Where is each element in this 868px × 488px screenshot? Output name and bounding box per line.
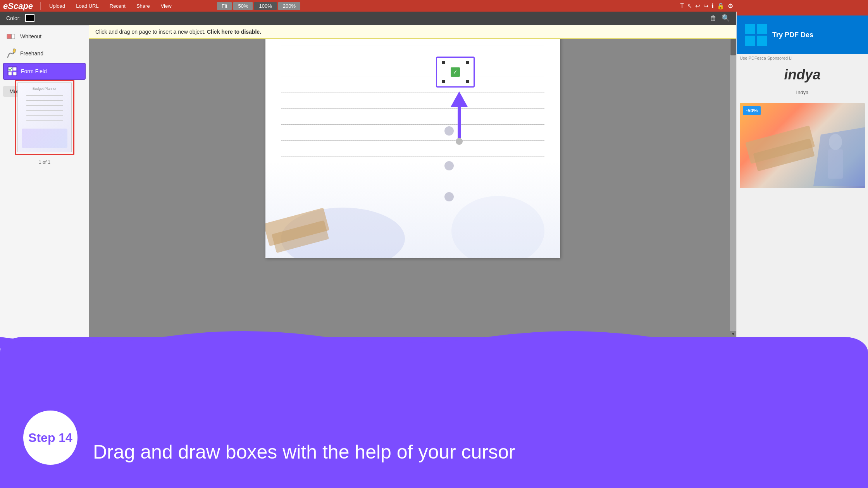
pdf-line-4	[281, 93, 544, 93]
whiteout-icon	[6, 31, 17, 42]
pdf-decoration	[265, 161, 560, 258]
fit-zoom-button[interactable]: Fit	[217, 2, 232, 10]
info-button[interactable]: ℹ	[711, 2, 714, 10]
widget-handle-mr	[462, 67, 474, 77]
zoom-200-button[interactable]: 200%	[278, 2, 300, 10]
svg-rect-17	[757, 36, 767, 46]
page-container: ✓	[89, 26, 736, 337]
arrow-shaft	[458, 107, 461, 138]
widget-checkmark: ✓	[451, 67, 460, 77]
svg-point-11	[451, 196, 544, 258]
svg-rect-7	[13, 67, 16, 70]
drag-arrow	[451, 91, 468, 145]
widget-handle-br[interactable]	[462, 77, 474, 86]
trash-icon[interactable]: 🗑	[710, 14, 717, 22]
ad-product-image	[740, 103, 865, 188]
whiteout-label: Whiteout	[20, 33, 41, 40]
widget-check-cell: ✓	[449, 67, 461, 77]
ad-discount-banner[interactable]: -50%	[740, 103, 865, 188]
ad-indya-section: indya Indya	[737, 62, 868, 100]
step-description-text: Drag and draw boxes with the help of you…	[93, 440, 845, 465]
upload-button[interactable]: Upload	[47, 2, 67, 10]
svg-rect-22	[828, 149, 843, 179]
step-badge: Step 14	[23, 411, 78, 465]
bottom-overlay: Step 14 Drag and draw boxes with the hel…	[0, 337, 868, 488]
tool-whiteout[interactable]: Whiteout	[3, 29, 86, 44]
load-url-button[interactable]: Load URL	[74, 2, 101, 10]
info-banner[interactable]: Click and drag on page to insert a new o…	[89, 25, 736, 39]
pdf-line-3	[281, 77, 544, 77]
pdf-line-6	[281, 124, 544, 125]
right-toolbar-icons: T ↖ ↩ ↪ ℹ 🔒 ⚙	[677, 0, 736, 12]
drag-handle-circle[interactable]	[456, 138, 463, 145]
color-bar: Color: 🗑 🔍	[0, 12, 736, 25]
svg-rect-14	[745, 24, 755, 34]
drag-circle-3[interactable]	[444, 192, 454, 201]
disable-link[interactable]: Click here to disable.	[207, 29, 261, 35]
step-number: Step 14	[28, 431, 72, 445]
page-number-indicator: 1 of 1	[39, 160, 50, 165]
widget-handle-bc	[449, 77, 461, 86]
svg-rect-15	[757, 24, 767, 34]
step-description: Drag and draw boxes with the help of you…	[78, 440, 868, 473]
scroll-down-arrow[interactable]: ▼	[730, 331, 736, 337]
widget-handle-tr[interactable]	[462, 58, 474, 67]
pdf-line-2	[281, 61, 544, 61]
arrow-tip	[451, 91, 468, 107]
widget-handle-tl[interactable]	[437, 58, 449, 67]
svg-rect-4	[13, 48, 16, 53]
main-canvas: ✓ ▲ ▼	[89, 12, 736, 337]
discount-badge: -50%	[743, 106, 761, 115]
color-label: Color:	[6, 15, 21, 21]
pdf-page: ✓	[265, 33, 560, 258]
top-toolbar: eScape Upload Load URL Recent Share View	[0, 0, 868, 12]
magic-wand-icon[interactable]: 🔍	[722, 14, 730, 22]
svg-rect-16	[745, 36, 755, 46]
main-scrollbar[interactable]: ▲ ▼	[730, 26, 736, 337]
widget-handle-tc	[449, 58, 461, 67]
freehand-label: Freehand	[20, 50, 43, 57]
info-text: Click and drag on page to insert a new o…	[95, 29, 205, 35]
color-swatch[interactable]	[25, 14, 34, 22]
text-tool-button[interactable]: T	[680, 2, 684, 9]
undo-button[interactable]: ↩	[695, 2, 700, 10]
zoom-toolbar: Fit 50% 100% 200%	[217, 0, 300, 12]
lock-button[interactable]: 🔒	[717, 2, 725, 10]
pdf-line-1	[281, 45, 544, 45]
zoom-100-button[interactable]: 100%	[254, 2, 276, 10]
freehand-icon	[6, 48, 17, 59]
indya-logo: indya	[741, 67, 863, 86]
thumbnail-image: Budget Planner	[17, 82, 72, 152]
app-logo: eScape	[3, 1, 34, 10]
cursor-button[interactable]: ↖	[687, 2, 692, 10]
pdf-line-7	[281, 140, 544, 141]
form-field-widget[interactable]: ✓	[436, 57, 475, 88]
widget-handle-ml	[437, 67, 449, 77]
pdf-line-5	[281, 108, 544, 109]
redo-button[interactable]: ↪	[703, 2, 708, 10]
separator	[40, 2, 41, 10]
view-button[interactable]: View	[158, 2, 174, 10]
ad-windows-text: Try PDF Des	[772, 31, 813, 39]
share-button[interactable]: Share	[134, 2, 152, 10]
svg-point-21	[829, 134, 842, 150]
ad-sponsored-label: Use PDFesca Sponsored Li	[737, 54, 868, 62]
zoom-50-button[interactable]: 50%	[233, 2, 253, 10]
svg-text:eScape: eScape	[3, 1, 33, 10]
settings-button[interactable]: ⚙	[728, 2, 733, 10]
svg-rect-2	[12, 34, 15, 39]
drag-circle-2[interactable]	[444, 161, 454, 170]
drag-circle-1[interactable]	[444, 126, 454, 136]
widget-handle-bl[interactable]	[437, 77, 449, 86]
pdf-line-8	[281, 156, 544, 156]
page-thumbnail[interactable]: Budget Planner	[15, 80, 74, 155]
recent-button[interactable]: Recent	[107, 2, 128, 10]
tool-freehand[interactable]: Freehand	[3, 46, 86, 61]
ad-windows-banner[interactable]: Try PDF Des	[737, 15, 868, 54]
indya-label: Indya	[741, 89, 863, 95]
wave-decoration	[0, 325, 651, 349]
